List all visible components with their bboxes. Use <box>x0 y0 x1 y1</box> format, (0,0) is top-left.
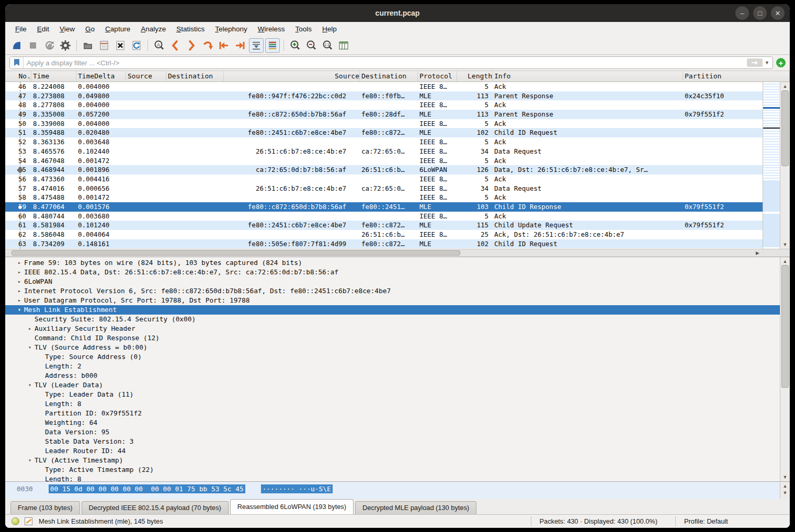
menu-file[interactable]: File <box>10 24 31 34</box>
close-file-icon[interactable] <box>113 38 128 53</box>
detail-line[interactable]: Address: b000 <box>5 371 780 380</box>
packet-row[interactable]: 618.5819840.101240fe80::2451:c6b7:e8ce:4… <box>5 221 763 230</box>
packet-row[interactable]: 538.4655760.10244026:51:c6:b7:e8:ce:4b:e… <box>5 147 763 156</box>
packet-row[interactable]: 468.2240080.004000IEEE 8…5Ack <box>5 82 763 91</box>
detail-line[interactable]: ▸Auxiliary Security Header <box>5 324 780 333</box>
first-packet-icon[interactable] <box>217 38 231 53</box>
filter-dropdown-icon[interactable]: ▼ <box>765 60 769 65</box>
menu-analyze[interactable]: Analyze <box>136 24 171 34</box>
expand-right-icon[interactable]: ▸ <box>15 277 24 286</box>
menu-help[interactable]: Help <box>317 24 342 34</box>
expand-right-icon[interactable]: ▸ <box>15 258 24 268</box>
title-bar[interactable]: current.pcap – □ ✕ <box>5 4 790 22</box>
packet-row[interactable]: 488.2778080.004000IEEE 8…5Ack <box>5 100 763 110</box>
restart-capture-icon[interactable] <box>42 38 56 53</box>
menu-go[interactable]: Go <box>81 24 99 34</box>
detail-line[interactable]: Type: Leader Data (11) <box>5 390 780 399</box>
go-to-packet-icon[interactable] <box>200 38 215 53</box>
capture-options-icon[interactable] <box>58 38 73 53</box>
column-header-len[interactable]: Length <box>457 71 493 82</box>
detail-vscrollbar[interactable]: ▲ ▼ <box>780 257 790 481</box>
byte-source-tab[interactable]: Decrypted IEEE 802.15.4 payload (70 byte… <box>82 501 229 514</box>
resize-columns-icon[interactable] <box>336 38 351 53</box>
detail-line[interactable]: Weighting: 64 <box>5 418 780 427</box>
add-filter-button-icon[interactable]: + <box>776 58 786 67</box>
expand-down-icon[interactable]: ▾ <box>25 456 35 465</box>
packet-row[interactable]: 638.7342090.148161fe80::505e:f807:7f81:4… <box>5 239 763 249</box>
menu-edit[interactable]: Edit <box>32 24 54 34</box>
packet-row[interactable]: 608.4807440.003680IEEE 8…5Ack <box>5 212 763 221</box>
menu-view[interactable]: View <box>55 24 80 34</box>
open-file-icon[interactable] <box>81 38 95 53</box>
start-capture-icon[interactable] <box>9 38 24 53</box>
detail-line[interactable]: ▾Mesh Link Establishment <box>5 305 780 315</box>
detail-line[interactable]: Stable Data Version: 3 <box>5 437 780 446</box>
close-icon[interactable]: ✕ <box>771 6 785 20</box>
packet-row[interactable]: 478.2738080.049800fe80::947f:f476:22bc:c… <box>5 91 763 101</box>
detail-line[interactable]: ▸6LoWPAN <box>5 277 780 286</box>
byte-source-tab[interactable]: Decrypted MLE payload (130 bytes) <box>355 501 476 514</box>
detail-line[interactable]: Leader Router ID: 44 <box>5 446 780 456</box>
detail-line[interactable]: Partition ID: 0x79f551f2 <box>5 409 780 418</box>
hscrollbar-thumb[interactable] <box>12 250 460 256</box>
scroll-down-icon[interactable]: ▼ <box>780 475 790 480</box>
auto-scroll-icon[interactable] <box>249 38 264 53</box>
detail-line[interactable]: ▸Frame 59: 103 bytes on wire (824 bits),… <box>5 258 780 268</box>
detail-line[interactable]: ▾TLV (Leader Data) <box>5 380 780 390</box>
apply-filter-icon[interactable] <box>747 59 763 67</box>
zoom-out-icon[interactable] <box>304 38 319 53</box>
column-header-part[interactable]: Partition <box>683 71 790 82</box>
detail-line[interactable]: Security Suite: 802.15.4 Security (0x00) <box>5 315 780 324</box>
column-header-no[interactable]: No. <box>5 71 31 82</box>
byte-source-tab[interactable]: Frame (103 bytes) <box>10 501 80 514</box>
save-file-icon[interactable] <box>97 38 111 53</box>
expand-down-icon[interactable]: ▾ <box>25 343 35 352</box>
scrollbar-thumb[interactable] <box>781 265 789 388</box>
go-back-icon[interactable] <box>168 38 183 53</box>
column-header-time[interactable]: Time <box>31 71 76 82</box>
scrollbar-thumb[interactable] <box>781 90 789 166</box>
hex-bytes[interactable]: 00 15 0d 00 00 00 00 00 00 00 01 75 bb 5… <box>49 484 245 493</box>
expand-right-icon[interactable]: ▸ <box>15 286 24 296</box>
column-header-src1[interactable]: Source <box>126 71 166 82</box>
scroll-down-icon[interactable]: ▼ <box>780 490 790 495</box>
column-header-dst2[interactable]: Destination <box>360 71 418 82</box>
expand-right-icon[interactable]: ▸ <box>15 296 24 305</box>
detail-line[interactable]: Length: 8 <box>5 399 780 409</box>
menu-statistics[interactable]: Statistics <box>172 24 209 34</box>
byte-source-tab[interactable]: Reassembled 6LoWPAN (193 bytes) <box>230 499 354 514</box>
expand-down-icon[interactable]: ▾ <box>15 305 24 315</box>
detail-line[interactable]: ▸Internet Protocol Version 6, Src: fe80:… <box>5 286 780 296</box>
bytes-vscrollbar[interactable]: ▲ ▼ <box>780 482 790 499</box>
last-packet-icon[interactable] <box>233 38 247 53</box>
capture-comment-icon[interactable] <box>25 517 32 525</box>
hex-row[interactable]: 003000 15 0d 00 00 00 00 00 00 00 01 75 … <box>5 482 333 499</box>
packet-row[interactable]: 558.4689440.001896ca:72:65:0d:b7:b8:56:a… <box>5 165 763 175</box>
find-packet-icon[interactable]: A <box>152 38 166 53</box>
expert-info-icon[interactable] <box>12 517 19 525</box>
hex-ascii[interactable]: ········ ···u·S\E <box>261 484 333 493</box>
menu-tools[interactable]: Tools <box>291 24 317 34</box>
scroll-up-icon[interactable]: ▲ <box>780 84 790 89</box>
packet-row[interactable]: 578.4740160.00065626:51:c6:b7:e8:ce:4b:e… <box>5 184 763 193</box>
zoom-original-icon[interactable]: 1:1 <box>320 38 335 53</box>
scroll-down-icon[interactable]: ▼ <box>780 242 790 247</box>
colorize-icon[interactable] <box>265 38 280 53</box>
packet-row[interactable]: 528.3631360.003648IEEE 8…5Ack <box>5 137 763 147</box>
packet-list-hscrollbar[interactable]: ▶ <box>5 249 790 257</box>
detail-line[interactable]: Command: Child ID Response (12) <box>5 333 780 343</box>
zoom-in-icon[interactable] <box>288 38 302 53</box>
packet-row[interactable]: 628.5860480.00406426:51:c6:b…IEEE 8…25Ac… <box>5 230 763 239</box>
maximize-icon[interactable]: □ <box>753 6 767 20</box>
scroll-up-icon[interactable]: ▲ <box>780 259 790 264</box>
detail-line[interactable]: ▸IEEE 802.15.4 Data, Dst: 26:51:c6:b7:e8… <box>5 268 780 277</box>
detail-line[interactable]: Type: Source Address (0) <box>5 352 780 362</box>
packet-row[interactable]: 588.4754880.001472IEEE 8…5Ack <box>5 193 763 202</box>
menu-capture[interactable]: Capture <box>100 24 135 34</box>
packet-row[interactable]: 568.4733600.004416IEEE 8…5Ack <box>5 175 763 184</box>
column-header-delta[interactable]: TimeDelta <box>76 71 126 82</box>
filter-bookmark-icon[interactable] <box>10 57 24 68</box>
scroll-right-icon[interactable]: ▶ <box>756 250 759 256</box>
detail-line[interactable]: ▸User Datagram Protocol, Src Port: 19788… <box>5 296 780 305</box>
packet-row[interactable]: 598.4770640.001576fe80::c872:650d:b7b8:5… <box>5 202 763 212</box>
